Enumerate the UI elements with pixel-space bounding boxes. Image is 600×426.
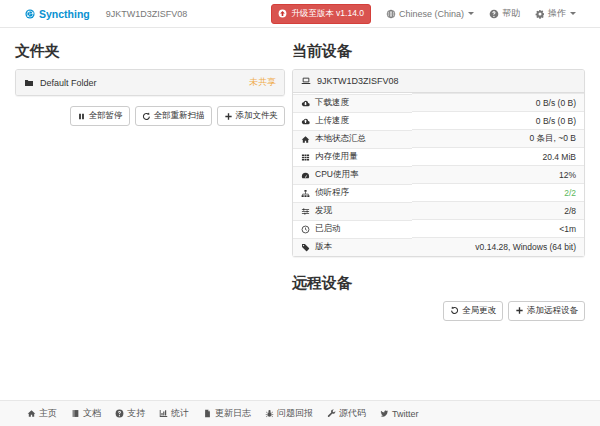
footer-link-统计[interactable]: 统计 <box>159 407 189 420</box>
wrench-icon <box>327 409 336 418</box>
footer-link-问题回报[interactable]: 问题回报 <box>265 407 313 420</box>
home-icon <box>27 409 36 418</box>
plus-icon <box>515 306 524 315</box>
stat-label: CPU使用率 <box>315 169 358 181</box>
this-device-header[interactable]: 9JKTW1D3ZISFV08 <box>293 70 584 93</box>
pause-all-label: 全部暂停 <box>89 110 123 122</box>
syncthing-brand[interactable]: Syncthing <box>25 8 90 20</box>
device-stat-row: 本地状态汇总0 条目, ~0 B <box>293 130 584 148</box>
recent-changes-label: 全局更改 <box>462 305 496 317</box>
question-circle-icon <box>115 409 124 418</box>
upgrade-button[interactable]: 升级至版本 v1.14.0 <box>271 4 371 24</box>
device-stat-row: 下载速度0 B/s (0 B) <box>293 94 584 112</box>
folders-title: 文件夹 <box>15 42 285 61</box>
add-folder-label: 添加文件夹 <box>236 110 279 122</box>
stat-value: 2/2 <box>412 184 584 202</box>
footer-link-更新日志[interactable]: 更新日志 <box>203 407 251 420</box>
stat-label: 内存使用量 <box>315 151 358 163</box>
book-icon <box>71 409 80 418</box>
cloud-upload-icon <box>301 117 310 126</box>
recent-changes-button[interactable]: 全局更改 <box>443 301 503 321</box>
add-remote-device-label: 添加远程设备 <box>527 305 578 317</box>
rescan-all-label: 全部重新扫描 <box>154 110 205 122</box>
upgrade-button-label: 升级至版本 v1.14.0 <box>291 8 364 20</box>
plus-icon <box>224 112 233 121</box>
refresh-icon <box>142 112 151 121</box>
stat-label: 侦听程序 <box>315 187 349 199</box>
bar-chart-icon <box>159 409 168 418</box>
add-folder-button[interactable]: 添加文件夹 <box>217 106 286 126</box>
stat-value: 0 B/s (0 B) <box>412 94 584 112</box>
footer-link-主页[interactable]: 主页 <box>27 407 57 420</box>
grid-icon <box>301 153 310 162</box>
arrow-up-circle-icon <box>278 9 287 18</box>
folder-name: Default Folder <box>40 78 97 88</box>
footer-link-label: 文档 <box>83 407 101 420</box>
device-stat-row: CPU使用率12% <box>293 166 584 184</box>
twitter-icon <box>380 409 389 418</box>
rescan-all-button[interactable]: 全部重新扫描 <box>135 106 212 126</box>
device-stat-row: 已启动<1m <box>293 220 584 238</box>
device-stats-table: 下载速度0 B/s (0 B)上传速度0 B/s (0 B)本地状态汇总0 条目… <box>293 93 584 256</box>
laptop-icon <box>301 76 311 86</box>
globe-icon <box>386 9 396 19</box>
footer-link-支持[interactable]: 支持 <box>115 407 145 420</box>
remote-devices-title: 远程设备 <box>292 274 585 293</box>
device-stat-row: 发现2/8 <box>293 202 584 220</box>
stat-value: <1m <box>412 220 584 238</box>
footer-link-label: 更新日志 <box>215 407 251 420</box>
stat-value: v0.14.28, Windows (64 bit) <box>412 238 584 256</box>
help-menu[interactable]: 帮助 <box>489 7 520 20</box>
file-icon <box>203 409 212 418</box>
stat-value: 0 B/s (0 B) <box>412 112 584 130</box>
chevron-down-icon <box>570 12 576 15</box>
main-content: 文件夹 Default Folder 未共享 全部暂停 全 <box>0 28 600 321</box>
folder-status-badge: 未共享 <box>249 76 276 89</box>
brand-name: Syncthing <box>39 8 90 20</box>
stat-label: 版本 <box>315 241 332 253</box>
stat-label: 上传速度 <box>315 115 349 127</box>
stat-value: 2/8 <box>412 202 584 220</box>
stat-label: 本地状态汇总 <box>315 133 366 145</box>
question-circle-icon <box>489 9 499 19</box>
footer-link-label: Twitter <box>392 409 419 419</box>
actions-menu-label: 操作 <box>548 7 566 20</box>
footer-link-源代码[interactable]: 源代码 <box>327 407 366 420</box>
syncthing-logo-icon <box>25 9 35 19</box>
stat-value: 0 条目, ~0 B <box>412 130 584 148</box>
footer-link-twitter[interactable]: Twitter <box>380 409 419 419</box>
device-stat-row: 内存使用量20.4 MiB <box>293 148 584 166</box>
pause-icon <box>77 112 86 121</box>
tag-icon <box>301 243 310 252</box>
cloud-download-icon <box>301 99 310 108</box>
footer-link-label: 支持 <box>127 407 145 420</box>
language-menu[interactable]: Chinese (China) <box>386 9 474 19</box>
actions-menu[interactable]: 操作 <box>535 7 576 20</box>
footer-link-label: 源代码 <box>339 407 366 420</box>
this-device-title: 当前设备 <box>292 42 585 61</box>
tachometer-icon <box>301 171 310 180</box>
pause-all-button[interactable]: 全部暂停 <box>70 106 130 126</box>
bug-icon <box>265 409 274 418</box>
footer-link-label: 统计 <box>171 407 189 420</box>
device-stat-row: 版本v0.14.28, Windows (64 bit) <box>293 238 584 256</box>
footer: 主页文档支持统计更新日志问题回报源代码Twitter <box>0 400 600 426</box>
footer-link-label: 问题回报 <box>277 407 313 420</box>
footer-link-label: 主页 <box>39 407 57 420</box>
stat-label: 下载速度 <box>315 97 349 109</box>
device-table-body: 下载速度0 B/s (0 B)上传速度0 B/s (0 B)本地状态汇总0 条目… <box>293 94 584 256</box>
history-icon <box>450 306 459 315</box>
stat-label: 发现 <box>315 205 332 217</box>
this-device-name: 9JKTW1D3ZISFV08 <box>317 76 399 86</box>
stat-label: 已启动 <box>315 223 341 235</box>
stat-value: 20.4 MiB <box>412 148 584 166</box>
home-icon <box>301 135 310 144</box>
footer-link-文档[interactable]: 文档 <box>71 407 101 420</box>
folder-icon <box>24 78 34 88</box>
add-remote-device-button[interactable]: 添加远程设备 <box>508 301 585 321</box>
this-device-panel: 9JKTW1D3ZISFV08 下载速度0 B/s (0 B)上传速度0 B/s… <box>292 69 585 257</box>
folder-row-default[interactable]: Default Folder 未共享 <box>16 70 284 95</box>
clock-icon <box>301 225 310 234</box>
help-menu-label: 帮助 <box>502 7 520 20</box>
navbar-device-name: 9JKTW1D3ZISFV08 <box>106 9 188 19</box>
